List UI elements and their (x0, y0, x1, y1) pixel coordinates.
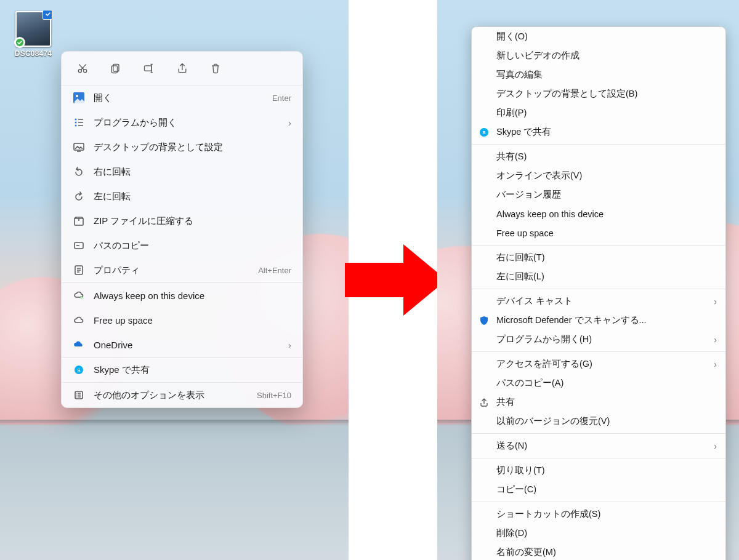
menu-label: 共有 (496, 396, 717, 408)
cmenu-copy-path[interactable]: パスのコピー(A) (472, 374, 725, 393)
cmenu-restore-previous[interactable]: 以前のバージョンの復元(V) (472, 412, 725, 431)
cmenu-rename[interactable]: 名前の変更(M) (472, 543, 725, 560)
menu-open-with[interactable]: プログラムから開く › (62, 110, 302, 135)
svg-point-7 (76, 95, 78, 97)
menu-label: 削除(D) (496, 527, 717, 539)
menu-label: 左に回転(L) (496, 271, 717, 282)
skype-icon: S (73, 364, 85, 376)
menu-more-options[interactable]: その他のオプションを表示 Shift+F10 (62, 383, 302, 407)
cmenu-device-cast[interactable]: デバイス キャスト› (472, 292, 725, 311)
menu-label: Microsoft Defender でスキャンする... (496, 314, 717, 326)
onedrive-icon (73, 338, 85, 351)
menu-set-wallpaper[interactable]: デスクトップの背景として設定 (62, 135, 302, 159)
delete-icon[interactable] (207, 60, 224, 77)
quick-action-row (62, 52, 302, 85)
cmenu-free-up-space[interactable]: Free up space (472, 223, 725, 242)
cmenu-copy[interactable]: コピー(C) (472, 480, 725, 499)
cmenu-share[interactable]: 共有 (472, 393, 725, 412)
menu-label: バージョン履歴 (496, 189, 717, 201)
menu-open[interactable]: 開く Enter (62, 86, 302, 110)
file-thumbnail (15, 11, 51, 47)
cmenu-create-shortcut[interactable]: ショートカットの作成(S) (472, 505, 725, 524)
cmenu-print[interactable]: 印刷(P) (472, 103, 725, 122)
svg-point-18 (76, 393, 76, 393)
svg-point-10 (75, 125, 77, 127)
cmenu-version-history[interactable]: バージョン履歴 (472, 185, 725, 204)
separator (472, 144, 725, 145)
cut-icon[interactable] (74, 60, 91, 77)
menu-label: Free up space (94, 315, 291, 326)
menu-onedrive[interactable]: OneDrive › (62, 332, 302, 357)
cmenu-delete[interactable]: 削除(D) (472, 524, 725, 543)
svg-point-19 (76, 394, 76, 395)
share-icon[interactable] (174, 60, 191, 77)
desktop-file-icon[interactable]: DSC08474 (11, 11, 55, 58)
decoration (0, 425, 349, 560)
cmenu-rotate-right[interactable]: 右に回転(T) (472, 248, 725, 267)
zip-icon (73, 215, 85, 227)
svg-text:S: S (482, 130, 486, 135)
cmenu-open[interactable]: 開く(O) (472, 27, 725, 46)
cmenu-send-to[interactable]: 送る(N)› (472, 436, 725, 455)
separator (472, 502, 725, 502)
wallpaper-icon (73, 141, 85, 153)
menu-label: 以前のバージョンの復元(V) (496, 415, 717, 427)
cmenu-cut[interactable]: 切り取り(T) (472, 461, 725, 480)
menu-shortcut: Alt+Enter (258, 266, 291, 275)
menu-copy-path[interactable]: パスのコピー (62, 233, 302, 258)
svg-rect-3 (113, 64, 119, 71)
skype-icon: S (478, 126, 490, 138)
cmenu-defender-scan[interactable]: Microsoft Defender でスキャンする... (472, 311, 725, 330)
selected-check-icon (45, 11, 51, 17)
copy-path-icon (73, 239, 85, 252)
file-name-label: DSC08474 (14, 49, 53, 58)
menu-shortcut: Enter (272, 94, 291, 103)
menu-skype-share[interactable]: S Skype で共有 (62, 358, 302, 382)
rotate-left-icon (73, 190, 85, 202)
menu-label: 印刷(P) (496, 107, 717, 119)
menu-label: 右に回転 (94, 166, 291, 178)
menu-label: アクセスを許可する(G) (496, 358, 708, 370)
menu-label: 送る(N) (496, 440, 708, 452)
menu-always-keep[interactable]: Always keep on this device (62, 283, 302, 308)
right-desktop: 開く(O) 新しいビデオの作成 写真の編集 デスクトップの背景として設定(B) … (437, 0, 739, 560)
separator (472, 245, 725, 246)
menu-label: コピー(C) (496, 484, 717, 495)
cmenu-open-with[interactable]: プログラムから開く(H)› (472, 330, 725, 349)
menu-label: デスクトップの背景として設定(B) (496, 88, 717, 100)
comparison-stage: DSC08474 開く Enter プログラムから開く › (0, 0, 739, 560)
menu-label: Skype で共有 (496, 126, 717, 138)
menu-compress-zip[interactable]: ZIP ファイルに圧縮する (62, 209, 302, 233)
menu-label: オンラインで表示(V) (496, 170, 717, 182)
copy-icon[interactable] (107, 60, 124, 77)
cmenu-view-online[interactable]: オンラインで表示(V) (472, 166, 725, 185)
menu-label: 開く(O) (496, 31, 717, 42)
menu-properties[interactable]: プロパティ Alt+Enter (62, 258, 302, 282)
cmenu-new-video[interactable]: 新しいビデオの作成 (472, 46, 725, 65)
cmenu-skype-share[interactable]: S Skype で共有 (472, 122, 725, 142)
menu-label: プログラムから開く (94, 117, 280, 129)
left-desktop: DSC08474 開く Enter プログラムから開く › (0, 0, 349, 560)
menu-label: 右に回転(T) (496, 252, 717, 263)
cmenu-share-s[interactable]: 共有(S) (472, 147, 725, 166)
menu-free-up-space[interactable]: Free up space (62, 308, 302, 332)
cmenu-edit-photo[interactable]: 写真の編集 (472, 65, 725, 84)
cmenu-grant-access[interactable]: アクセスを許可する(G)› (472, 354, 725, 374)
rename-icon[interactable] (140, 60, 158, 77)
menu-label: ZIP ファイルに圧縮する (94, 215, 291, 227)
menu-rotate-right[interactable]: 右に回転 (62, 159, 302, 184)
cmenu-set-wallpaper[interactable]: デスクトップの背景として設定(B) (472, 84, 725, 103)
onedrive-synced-icon (14, 37, 25, 48)
menu-rotate-left[interactable]: 左に回転 (62, 184, 302, 209)
menu-label: 切り取り(T) (496, 465, 717, 476)
modern-context-menu: 開く Enter プログラムから開く › デスクトップの背景として設定 右に回転… (61, 51, 303, 408)
menu-label: ショートカットの作成(S) (496, 508, 717, 520)
separator (472, 289, 725, 289)
chevron-right-icon: › (714, 441, 717, 451)
red-arrow-icon (345, 246, 450, 314)
cmenu-always-keep[interactable]: Always keep on this device (472, 204, 725, 223)
menu-label: パスのコピー (94, 240, 291, 252)
cmenu-rotate-left[interactable]: 左に回転(L) (472, 267, 725, 286)
svg-point-8 (75, 119, 77, 121)
separator (472, 351, 725, 352)
